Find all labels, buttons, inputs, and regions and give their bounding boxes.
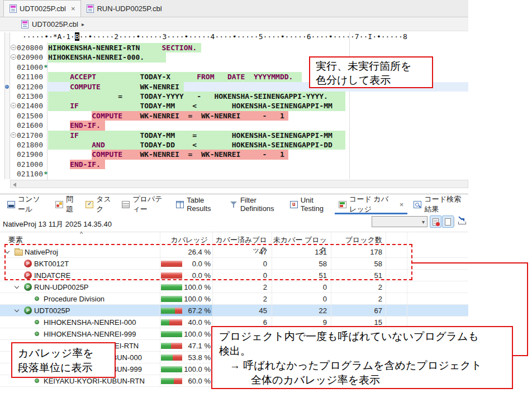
coverage-session-button[interactable] <box>430 215 441 228</box>
code-text-wrap: ACCEPT TODAY-X FROM DATE YYYYMMDD. <box>48 72 293 82</box>
expand-chevron-icon[interactable] <box>15 284 19 289</box>
code-line[interactable]: 021500 COMPUTE WK-NENREI = WK-NENREI - 1 <box>0 111 468 121</box>
coverage-view-toolbar: NativeProj 13 11月 2025 14.35.40 ▾ <box>0 214 468 232</box>
code-editor[interactable]: ·····•·*A·1·B··•·····2····•·····3····•··… <box>0 31 468 194</box>
code-text: IF TODAY-MM < HOKENSHA-SEINENGAPPI-MM <box>48 101 332 111</box>
line-number: 021400 <box>11 101 43 111</box>
import-session-button[interactable] <box>458 216 468 227</box>
editor-tab[interactable]: RUN-UDP0025P.cbl <box>81 0 167 17</box>
code-text: END-IF. <box>48 121 101 130</box>
coverage-percent: 60.0 % <box>160 375 211 387</box>
line-number: 021100 <box>11 169 43 179</box>
coverage-percent: 100.0 % <box>160 328 211 340</box>
new-session-button[interactable] <box>442 215 454 228</box>
element-name: HIHOKENSHA-NENREI-000 <box>44 317 136 328</box>
code-text-wrap: COMPUTE WK-NENREI = WK-NENREI - 1 <box>48 150 284 159</box>
properties-icon <box>122 201 130 208</box>
view-tab-label: タスク <box>96 194 112 214</box>
covered-blocks: 2 <box>212 281 267 293</box>
code-text: END-IF. <box>48 160 101 169</box>
close-icon[interactable]: × <box>71 4 75 13</box>
view-tab[interactable]: タスク <box>80 194 117 214</box>
line-number: 021000 <box>11 63 43 72</box>
view-tab-label: Table Results <box>187 196 220 213</box>
code-line[interactable]: 021100* <box>0 169 468 179</box>
view-tab[interactable]: コード カバレッジ× <box>334 194 408 214</box>
view-tab[interactable]: コンソール <box>2 194 50 214</box>
covered-blocks: 2 <box>212 293 267 305</box>
editor-tab-label: UDT0025P.cbl <box>20 4 66 13</box>
horizontal-scrollbar[interactable] <box>10 180 468 188</box>
view-tab[interactable]: Table Results <box>171 194 225 214</box>
editor-tab[interactable]: UDT0025P.cbl× <box>3 0 81 17</box>
paragraph-dot-icon <box>35 296 39 301</box>
table-row[interactable]: Procedure Division100.0 %202 <box>0 293 468 305</box>
program-green-icon: P <box>24 306 32 314</box>
table-row[interactable]: PUDT0025P67.2 %452267 <box>0 305 468 317</box>
code-line[interactable]: 021900 COMPUTE WK-NENREI = WK-NENREI - 1 <box>0 150 468 159</box>
code-text-wrap: END-IF. <box>48 160 101 169</box>
view-tab[interactable]: コード検索結果 <box>408 194 468 214</box>
missed-blocks: 0 <box>272 281 327 293</box>
document-icon <box>445 218 451 226</box>
coverage-percent: 53.8 % <box>160 352 211 363</box>
close-icon[interactable]: × <box>400 200 404 209</box>
covered-blocks: 45 <box>212 305 267 317</box>
search-results-icon <box>414 201 421 208</box>
code-text: HIHOKENSHA-NENREI-000. <box>48 52 144 62</box>
coverage-session-label: NativeProj 13 11月 2025 14.35.40 <box>3 219 112 229</box>
code-line[interactable]: 021700 IF TODAY-MM = HOKENSHA-SEINENGAPP… <box>0 131 468 140</box>
current-statement-marker-icon <box>5 85 9 89</box>
line-number: 020800 <box>11 43 43 52</box>
line-number: 021600 <box>11 121 43 130</box>
view-tab[interactable]: Unit Testing <box>285 194 334 214</box>
breadcrumb[interactable]: UDT0025P.cbl ▸ <box>0 17 468 31</box>
code-text-wrap: HIHOKENSHA-NENREI-000. <box>48 52 144 62</box>
view-tab-bar: コンソール問題タスクプロパティーTable ResultsFilter Defi… <box>0 194 468 214</box>
code-line[interactable]: 020800HIHOKENSHA-NENREI-RTN SECTION. <box>0 43 468 52</box>
cursor-column-indicator: B <box>75 32 79 41</box>
breadcrumb-label[interactable]: UDT0025P.cbl <box>32 20 78 28</box>
view-tab-label: コード検索結果 <box>424 194 463 214</box>
code-line[interactable]: 021300 = TODAY-YYYY - HOKENSHA-SEINENGAP… <box>0 92 468 101</box>
annotation-project-note: プロジェクト内で一度も呼ばれていないプログラムも 検出。 → 呼ばれなかったプロ… <box>211 326 513 389</box>
annotation-editor-note: 実行、未実行箇所を 色分けして表示 <box>309 56 433 88</box>
code-text: COMPUTE WK-NENREI = WK-NENREI - 1 <box>48 150 284 159</box>
code-text: AND TODAY-DD < HOKENSHA-SEINENGAPPI-DD <box>48 140 332 150</box>
expand-chevron-icon[interactable] <box>15 308 19 312</box>
line-number: 021800 <box>11 140 43 150</box>
code-text: COMPUTE WK-NENREI <box>48 82 179 92</box>
filter-icon <box>230 201 238 208</box>
code-line[interactable]: 021000 END-IF. <box>0 160 468 169</box>
table-row[interactable]: PRUN-UDP0025P100.0 %202 <box>0 281 468 293</box>
view-tab-label: Filter Definitions <box>240 196 280 213</box>
connector-line <box>527 262 528 356</box>
missed-blocks: 22 <box>272 305 327 317</box>
code-text: IF TODAY-MM = HOKENSHA-SEINENGAPPI-MM <box>48 131 332 140</box>
code-line[interactable]: 021800 AND TODAY-DD < HOKENSHA-SEINENGAP… <box>0 140 468 150</box>
code-line[interactable]: 021400 IF TODAY-MM < HOKENSHA-SEINENGAPP… <box>0 101 468 111</box>
comment-indicator: * <box>44 169 48 179</box>
view-tab-label: Unit Testing <box>301 196 329 213</box>
view-tab-label: 問題 <box>66 194 75 214</box>
line-number: 021300 <box>11 92 43 101</box>
view-tab[interactable]: Filter Definitions <box>225 194 285 214</box>
view-tab-label: コード カバレッジ <box>349 194 395 214</box>
coverage-filter-combo[interactable]: ▾ <box>372 216 428 227</box>
connector-line <box>512 355 528 356</box>
code-line[interactable]: 021600 END-IF. <box>0 121 468 130</box>
sort-ascending-icon: ^ <box>80 231 83 237</box>
total-blocks: 67 <box>331 305 382 317</box>
scroll-left-arrow-icon[interactable] <box>13 183 16 187</box>
chevron-down-icon[interactable]: ▾ <box>422 219 425 225</box>
line-number: 021100 <box>11 72 43 82</box>
view-tab[interactable]: プロパティー <box>117 194 171 214</box>
view-tab[interactable]: 問題 <box>50 194 80 214</box>
view-tab-label: プロパティー <box>132 194 166 214</box>
line-number: 021700 <box>11 131 43 140</box>
chevron-right-icon[interactable]: ▸ <box>82 21 84 27</box>
code-text-wrap: IF TODAY-MM = HOKENSHA-SEINENGAPPI-MM <box>48 131 332 140</box>
cobol-file-icon <box>87 4 94 13</box>
line-number: 020900 <box>11 52 43 62</box>
paragraph-dot-icon <box>35 320 39 324</box>
